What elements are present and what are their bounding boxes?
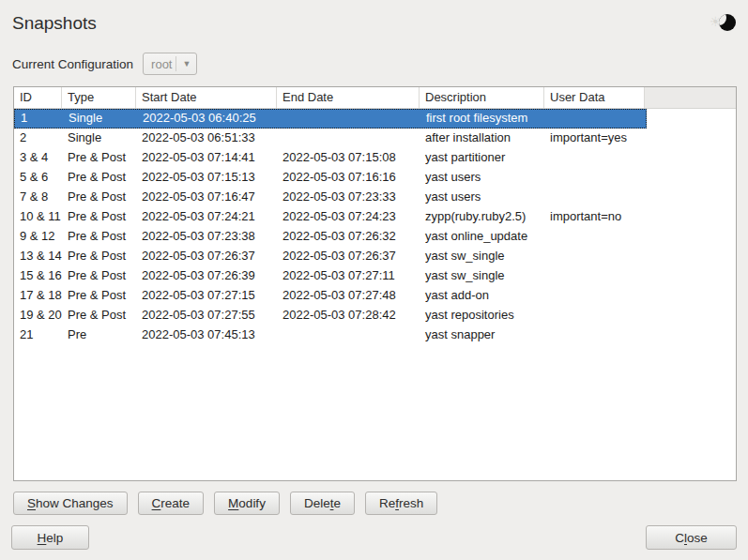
cell-user-data <box>544 325 645 345</box>
cell-start-date: 2022-05-03 07:27:55 <box>136 306 277 325</box>
cell-description: yast users <box>420 168 544 188</box>
table-row[interactable]: 5 & 6Pre & Post2022-05-03 07:15:132022-0… <box>14 168 736 188</box>
cell-user-data <box>544 188 645 207</box>
cell-user-data <box>544 306 645 325</box>
table-row[interactable]: 21Pre2022-05-03 07:45:13yast snapper <box>14 325 736 345</box>
cell-user-data <box>544 266 645 286</box>
cell-start-date: 2022-05-03 07:24:21 <box>136 207 277 227</box>
cell-end-date: 2022-05-03 07:26:32 <box>277 227 420 247</box>
cell-description: yast repositories <box>420 306 544 325</box>
cell-id: 13 & 14 <box>14 247 62 266</box>
cell-start-date: 2022-05-03 07:15:13 <box>136 168 277 188</box>
cell-id: 10 & 11 <box>14 207 62 227</box>
current-configuration-row: Current Configuration root ▼ <box>12 53 197 75</box>
configuration-combobox[interactable]: root ▼ <box>143 53 197 75</box>
cell-type: Pre & Post <box>62 207 136 227</box>
cell-type: Single <box>63 110 137 128</box>
cell-description: yast add-on <box>420 286 544 306</box>
table-row[interactable]: 13 & 14Pre & Post2022-05-03 07:26:372022… <box>14 247 736 266</box>
cell-start-date: 2022-05-03 07:26:37 <box>136 247 277 266</box>
table-row-selected[interactable]: 1Single2022-05-03 06:40:25first root fil… <box>14 109 647 129</box>
column-header-id[interactable]: ID <box>14 87 62 108</box>
cell-end-date <box>277 129 420 148</box>
cell-end-date: 2022-05-03 07:27:48 <box>277 286 420 306</box>
cell-start-date: 2022-05-03 07:45:13 <box>136 325 277 345</box>
table-row[interactable]: 10 & 11Pre & Post2022-05-03 07:24:212022… <box>14 207 736 227</box>
cell-end-date: 2022-05-03 07:16:16 <box>277 168 420 188</box>
current-configuration-label: Current Configuration <box>12 57 133 71</box>
cell-start-date: 2022-05-03 07:23:38 <box>136 227 277 247</box>
table-row[interactable]: 19 & 20Pre & Post2022-05-03 07:27:552022… <box>14 306 736 325</box>
cell-id: 1 <box>15 110 63 128</box>
refresh-button[interactable]: Refresh <box>365 492 437 515</box>
moon-icon <box>719 14 736 31</box>
cell-start-date: 2022-05-03 07:16:47 <box>136 188 277 207</box>
create-button[interactable]: Create <box>138 492 205 515</box>
cell-id: 9 & 12 <box>14 227 62 247</box>
table-header-row: IDTypeStart DateEnd DateDescriptionUser … <box>14 87 736 109</box>
cell-description: zypp(ruby.ruby2.5) <box>420 207 544 227</box>
cell-id: 15 & 16 <box>14 266 62 286</box>
cell-end-date <box>277 325 420 345</box>
cell-user-data <box>545 110 646 128</box>
cell-type: Pre & Post <box>62 148 136 168</box>
cell-description: yast snapper <box>420 325 544 345</box>
chevron-down-icon: ▼ <box>176 59 196 68</box>
table-row[interactable]: 2Single2022-05-03 06:51:33after installa… <box>14 129 736 148</box>
cell-user-data <box>544 227 645 247</box>
column-header-user-data[interactable]: User Data <box>544 87 645 108</box>
cell-user-data <box>544 286 645 306</box>
modify-button[interactable]: Modify <box>214 492 280 515</box>
table-row[interactable]: 15 & 16Pre & Post2022-05-03 07:26:392022… <box>14 266 736 286</box>
cell-id: 3 & 4 <box>14 148 62 168</box>
cell-type: Pre & Post <box>62 247 136 266</box>
configuration-combobox-value: root <box>144 57 176 71</box>
column-header-filler <box>645 87 736 108</box>
cell-id: 17 & 18 <box>14 286 62 306</box>
cell-description: yast sw_single <box>420 266 544 286</box>
cell-description: yast sw_single <box>420 247 544 266</box>
cell-type: Pre & Post <box>62 266 136 286</box>
table-row[interactable]: 9 & 12Pre & Post2022-05-03 07:23:382022-… <box>14 227 736 247</box>
close-button[interactable]: Close <box>646 525 737 550</box>
table-body: 1Single2022-05-03 06:40:25first root fil… <box>14 109 736 345</box>
cell-end-date: 2022-05-03 07:23:33 <box>277 188 420 207</box>
cell-type: Pre & Post <box>62 168 136 188</box>
column-header-start-date[interactable]: Start Date <box>136 87 277 108</box>
column-header-description[interactable]: Description <box>420 87 544 108</box>
cell-end-date <box>278 110 420 128</box>
table-row[interactable]: 3 & 4Pre & Post2022-05-03 07:14:412022-0… <box>14 148 736 168</box>
cell-user-data: important=no <box>544 207 645 227</box>
cell-start-date: 2022-05-03 07:27:15 <box>136 286 277 306</box>
cell-user-data: important=yes <box>544 129 645 148</box>
cell-type: Pre & Post <box>62 306 136 325</box>
cell-start-date: 2022-05-03 07:14:41 <box>136 148 277 168</box>
help-button[interactable]: Help <box>11 525 89 550</box>
cell-description: yast users <box>420 188 544 207</box>
column-header-end-date[interactable]: End Date <box>277 87 420 108</box>
delete-button[interactable]: Delete <box>290 492 355 515</box>
cell-user-data <box>544 168 645 188</box>
cell-end-date: 2022-05-03 07:24:23 <box>277 207 420 227</box>
cell-id: 7 & 8 <box>14 188 62 207</box>
table-row[interactable]: 17 & 18Pre & Post2022-05-03 07:27:152022… <box>14 286 736 306</box>
cell-start-date: 2022-05-03 06:51:33 <box>136 129 277 148</box>
show-changes-button[interactable]: Show Changes <box>13 492 128 515</box>
cell-type: Pre & Post <box>62 227 136 247</box>
cell-description: yast online_update <box>420 227 544 247</box>
cell-user-data <box>544 247 645 266</box>
cell-type: Pre & Post <box>62 188 136 207</box>
snapshots-table: IDTypeStart DateEnd DateDescriptionUser … <box>13 86 737 481</box>
snapshot-actions-toolbar: Show ChangesCreateModifyDeleteRefresh <box>13 492 437 515</box>
cell-id: 21 <box>14 325 62 345</box>
theme-indicator: ☀ <box>710 13 736 34</box>
cell-type: Single <box>62 129 136 148</box>
cell-end-date: 2022-05-03 07:15:08 <box>277 148 420 168</box>
cell-type: Pre <box>62 325 136 345</box>
table-row[interactable]: 7 & 8Pre & Post2022-05-03 07:16:472022-0… <box>14 188 736 207</box>
cell-type: Pre & Post <box>62 286 136 306</box>
cell-end-date: 2022-05-03 07:26:37 <box>277 247 420 266</box>
column-header-type[interactable]: Type <box>62 87 136 108</box>
cell-id: 19 & 20 <box>14 306 62 325</box>
cell-description: first root filesystem <box>420 110 545 128</box>
